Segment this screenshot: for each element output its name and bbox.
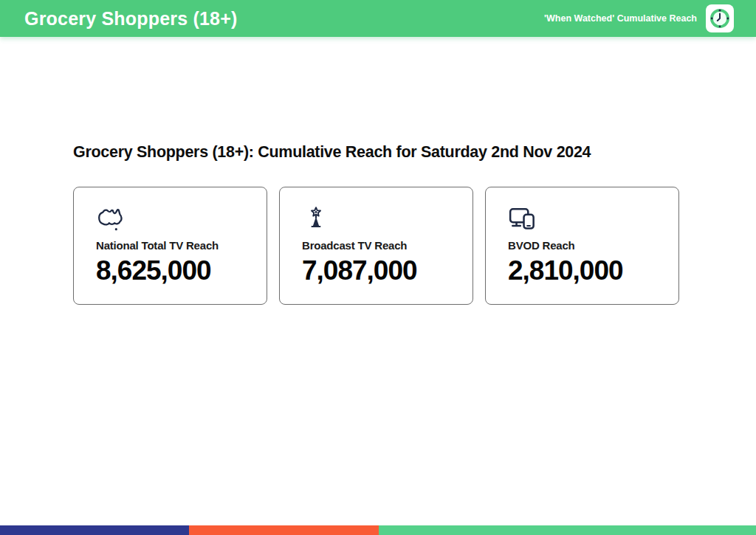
clock-icon-button[interactable] xyxy=(706,4,734,32)
app-header: Grocery Shoppers (18+) 'When Watched' Cu… xyxy=(0,0,756,37)
kpi-label: National Total TV Reach xyxy=(96,239,246,252)
kpi-value: 8,625,000 xyxy=(96,255,246,286)
kpi-cards-row: National Total TV Reach 8,625,000 Broadc… xyxy=(73,187,679,305)
clock-icon xyxy=(709,7,731,30)
kpi-value: 7,087,000 xyxy=(302,255,452,286)
report-heading: Grocery Shoppers (18+): Cumulative Reach… xyxy=(73,143,591,162)
australia-map-icon xyxy=(96,205,246,233)
kpi-card-national-total-tv: National Total TV Reach 8,625,000 xyxy=(73,187,267,305)
kpi-card-broadcast-tv: Broadcast TV Reach 7,087,000 xyxy=(279,187,473,305)
broadcast-tower-icon xyxy=(302,205,452,233)
footer-segment-navy xyxy=(0,525,189,535)
header-tagline: 'When Watched' Cumulative Reach xyxy=(544,13,697,24)
header-right-group: 'When Watched' Cumulative Reach xyxy=(544,4,734,32)
kpi-label: Broadcast TV Reach xyxy=(302,239,452,252)
kpi-card-bvod: BVOD Reach 2,810,000 xyxy=(485,187,679,305)
page-title: Grocery Shoppers (18+) xyxy=(24,8,238,30)
footer-segment-green xyxy=(379,525,756,535)
tv-and-phone-devices-icon xyxy=(508,205,658,233)
kpi-label: BVOD Reach xyxy=(508,239,658,252)
footer-segment-orange xyxy=(189,525,379,535)
kpi-value: 2,810,000 xyxy=(508,255,658,286)
footer-color-bar xyxy=(0,525,756,535)
